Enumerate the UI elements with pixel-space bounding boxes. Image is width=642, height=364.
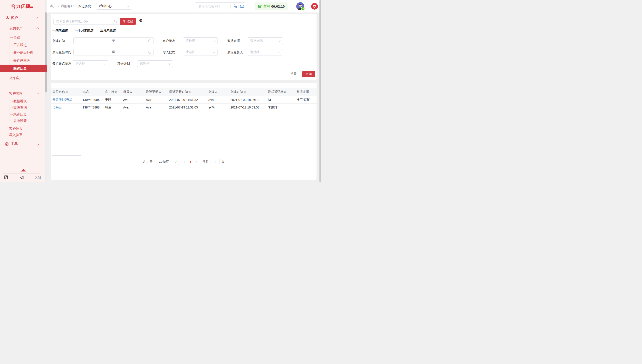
breadcrumb-separator: / <box>58 4 59 8</box>
status-label: 空闲 <box>264 4 270 8</box>
sidebar-item-gonghai-settings[interactable]: 公海设置 <box>0 118 47 124</box>
status-timer: 00:02:10 <box>271 4 285 8</box>
tree-connector <box>10 45 12 45</box>
menu-toggle-icon[interactable] <box>30 5 33 8</box>
sidebar-item-data-dashboard[interactable]: 数据看板 <box>0 98 47 104</box>
sidebar-scrollbar[interactable] <box>45 12 47 92</box>
col-company[interactable]: 公司名称 <box>51 88 81 96</box>
sidebar-item-customer-import[interactable]: 客户导入 <box>0 126 47 132</box>
col-data-source: 数据来源 <box>295 88 317 96</box>
company-link[interactable]: 云客服3.0升级 <box>52 98 72 101</box>
notebook-icon[interactable] <box>4 175 8 180</box>
sidebar-item-following[interactable]: 正在跟进 <box>0 42 47 48</box>
updated-time-range-input[interactable]: 至 <box>73 49 154 56</box>
sidebar-item-new-unhandled[interactable]: 新分配未处理 <box>0 50 47 56</box>
breadcrumb-current: 跟进历史 <box>79 4 91 8</box>
breadcrumb-my-customers[interactable]: 我的客户 <box>61 4 74 8</box>
customer-table: 公司名称 电话 客户状态 所属人 最近更新人 最近更新时间 创建人 创建时间 最… <box>51 88 317 111</box>
scroll-up-bar[interactable] <box>21 172 26 172</box>
sort-icon[interactable] <box>66 91 68 93</box>
created-time-label: 创建时间 <box>52 38 65 44</box>
quick-filter-week[interactable]: 一周未跟进 <box>52 28 68 32</box>
table-header-row: 公司名称 电话 客户状态 所属人 最近更新人 最近更新时间 创建人 创建时间 最… <box>51 88 317 96</box>
reset-button[interactable]: 重置 <box>288 71 299 77</box>
sidebar-item-label: 客户管理 <box>9 92 23 95</box>
next-page-button[interactable] <box>194 158 198 165</box>
sidebar-item-follow-history-selected[interactable]: 跟进历史 <box>0 64 47 72</box>
customer-person-icon <box>6 16 9 20</box>
sidebar-item-my-customers[interactable]: 我的客户 <box>0 25 47 32</box>
chevron-up-icon <box>36 17 39 20</box>
page-scrollbar[interactable] <box>319 0 321 182</box>
chevron-down-icon <box>278 50 280 53</box>
col-owner: 所属人 <box>121 88 144 96</box>
data-source-select[interactable]: 数据来源 <box>248 38 283 44</box>
last-updater-label: 最近更新人 <box>227 49 243 56</box>
power-icon <box>313 4 317 8</box>
tree-connector <box>10 121 12 121</box>
dial-phone-icon[interactable] <box>233 3 238 9</box>
created-time-range-input[interactable]: 至 <box>73 38 154 44</box>
prev-page-button[interactable] <box>182 158 187 165</box>
data-source-label: 数据来源 <box>227 38 240 44</box>
quick-filter-month[interactable]: 一个月未跟进 <box>75 28 93 32</box>
search-input[interactable] <box>53 18 119 25</box>
sidebar-item-label: 我的客户 <box>9 26 23 30</box>
sidebar-item-label: 客户 <box>11 14 18 21</box>
megaphone-icon[interactable] <box>20 175 24 180</box>
module-select[interactable]: 呼叫中心 <box>96 3 131 10</box>
col-creator: 创建人 <box>206 88 229 96</box>
sort-icon[interactable] <box>189 91 191 93</box>
agent-status-pill[interactable]: ☎ 空闲 00:02:10 <box>255 2 288 10</box>
quick-filter-three-months[interactable]: 三月未跟进 <box>100 28 116 32</box>
online-check-badge <box>301 7 305 11</box>
table-horizontal-scrollbar[interactable] <box>52 155 81 156</box>
tree-line <box>10 97 10 121</box>
sidebar-item-advanced-query[interactable]: 高级查询 <box>0 104 47 111</box>
user-avatar[interactable] <box>296 2 304 10</box>
phone-number-input[interactable] <box>198 4 230 8</box>
company-link[interactable]: 亿兴云 <box>52 105 62 109</box>
import-batch-select[interactable]: 请选择 <box>183 49 218 56</box>
sort-icon[interactable] <box>244 91 246 93</box>
table-row: 亿兴云 138****8888 铂金 Ava Ava 2021-07-19 11… <box>51 104 317 111</box>
pagination: 共 2 条 10条/页 1 前往 页 <box>143 158 225 165</box>
tree-connector <box>10 108 12 108</box>
tree-connector <box>10 38 12 38</box>
sidebar-item-customer-mgmt[interactable]: 客户管理 <box>0 90 47 97</box>
clock-icon <box>148 50 151 54</box>
softphone-bar: | <box>195 2 245 10</box>
breadcrumb-customer[interactable]: 客户 <box>50 4 56 8</box>
follow-plan-select[interactable]: 请选择 <box>137 60 173 67</box>
message-envelope-icon[interactable] <box>239 3 245 9</box>
col-status: 客户状态 <box>103 88 121 96</box>
status-phone-icon: ☎ <box>257 4 262 8</box>
collapse-filter-button[interactable]: 收起 <box>120 18 136 25</box>
sidebar-item-follow-history2[interactable]: 跟进历史 <box>0 111 47 118</box>
query-button[interactable]: 查询 <box>302 71 315 77</box>
sidebar-item-workorder[interactable]: 工单 <box>0 140 47 147</box>
module-select-value: 呼叫中心 <box>99 4 112 8</box>
sidebar-footer-divider <box>3 173 40 174</box>
xm-logo: XM <box>35 175 41 180</box>
chevron-down-icon <box>278 39 280 42</box>
sidebar-item-gonghai-customers[interactable]: 公海客户 <box>0 75 47 81</box>
scroll-up-icon[interactable] <box>22 169 25 171</box>
last-call-status-select[interactable]: 请选择 <box>73 60 108 67</box>
sidebar-item-recently-recycled[interactable]: 最近已回收 <box>0 58 47 64</box>
page-size-select[interactable]: 10条/页 <box>156 158 179 165</box>
col-created[interactable]: 创建时间 <box>229 88 266 96</box>
goto-page-input[interactable] <box>210 158 220 165</box>
sidebar-item-import-dedupe[interactable]: 导入筛重 <box>0 132 47 138</box>
logout-power-button[interactable] <box>311 3 318 10</box>
col-last-updated[interactable]: 最近更新时间 <box>167 88 206 96</box>
customer-status-select[interactable]: 请选择 <box>183 38 218 44</box>
settings-gear-icon[interactable]: ⚙ <box>139 18 143 23</box>
last-updater-select[interactable]: 请选择 <box>248 49 283 56</box>
sidebar-item-all[interactable]: 全部 <box>0 34 47 41</box>
chevron-up-icon <box>36 28 39 30</box>
table-row: 云客服3.0升级 130****2006 王牌 Ava Ava 2021-07-… <box>51 96 317 104</box>
current-page[interactable]: 1 <box>190 160 191 164</box>
sidebar-item-customer[interactable]: 客户 <box>0 14 47 21</box>
last-call-status-label: 最后通话状态 <box>52 60 71 67</box>
